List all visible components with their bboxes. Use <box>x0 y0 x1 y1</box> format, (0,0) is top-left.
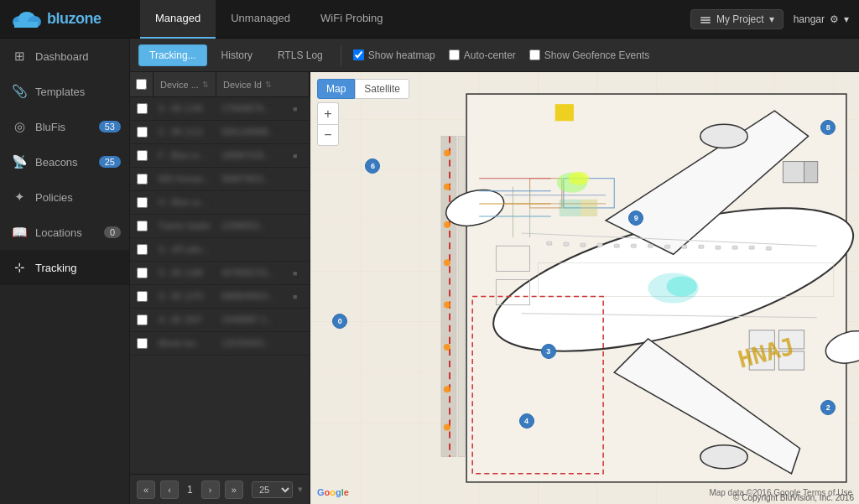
row-device-id-7: 4078055731... <box>216 268 293 278</box>
zoom-in-button[interactable]: + <box>317 102 339 124</box>
sidebar-label-policies: Policies <box>35 191 73 204</box>
svg-rect-25 <box>458 136 465 456</box>
select-all-checkbox[interactable] <box>136 79 147 90</box>
row-device-name-5: Trainer loader <box>154 221 216 231</box>
dot-label-2: 2 <box>826 403 830 412</box>
layers-icon <box>700 13 711 25</box>
heatmap-checkbox-label[interactable]: Show heatmap <box>348 49 440 61</box>
row-checkbox-0[interactable] <box>130 103 154 114</box>
row-checkbox-2[interactable] <box>130 150 154 161</box>
table-row[interactable]: S - 0K 1168 4078055731... ■ <box>130 262 310 285</box>
table-row[interactable]: Mover too 129783453... <box>130 332 310 356</box>
autocenter-checkbox[interactable] <box>449 49 460 60</box>
sidebar-label-dashboard: Dashboard <box>35 50 89 63</box>
gear-icon: ⚙ <box>830 13 839 25</box>
svg-point-76 <box>444 423 450 430</box>
sidebar-label-blufis: BluFis <box>35 121 65 133</box>
map-tab-map[interactable]: Map <box>317 79 355 99</box>
row-device-name-1: C - 8K 1111 <box>154 127 216 137</box>
table-body: S - 0K 1146 175848576... ■ C - 8K 1111 5… <box>130 97 310 474</box>
svg-point-73 <box>444 302 450 309</box>
project-button[interactable]: My Project ▾ <box>690 9 784 29</box>
row-checkbox-9[interactable] <box>130 314 154 325</box>
svg-rect-50 <box>766 247 771 250</box>
table-row[interactable]: C - 8K 1111 5081185898... <box>130 121 310 144</box>
beacons-icon: 📡 <box>12 154 27 169</box>
logo-icon <box>10 10 42 29</box>
row-checkbox-4[interactable] <box>130 197 154 208</box>
svg-rect-42 <box>631 244 636 247</box>
col-header-check <box>130 72 154 96</box>
table-row[interactable]: S - 0K 1146 175848576... ■ <box>130 97 310 121</box>
row-checkbox-10[interactable] <box>130 338 154 349</box>
row-checkbox-7[interactable] <box>130 268 154 278</box>
table-row[interactable]: Trainer loader 12986553... <box>130 215 310 238</box>
sidebar-item-policies[interactable]: ✦ Policies <box>0 179 129 215</box>
table-header: Device ... ⇅ Device Id ⇅ <box>130 72 310 97</box>
dot-label-9: 9 <box>634 214 638 222</box>
dot-label-8: 8 <box>826 123 830 132</box>
project-label: My Project <box>716 13 764 25</box>
first-page-button[interactable]: « <box>137 481 155 499</box>
svg-point-68 <box>569 172 589 185</box>
main-area: ⊞ Dashboard 📎 Templates ◎ BluFis 53 📡 Be… <box>0 39 859 504</box>
sort-icon-name: ⇅ <box>202 81 209 89</box>
svg-rect-38 <box>564 242 569 246</box>
row-device-id-2: 168867528... <box>216 151 293 160</box>
tab-managed[interactable]: Managed <box>140 0 216 39</box>
svg-rect-80 <box>783 162 804 183</box>
table-footer: « ‹ 1 › » 25 50 100 ▾ <box>130 474 310 504</box>
table-row[interactable]: S - off Labor-off <box>130 238 310 262</box>
sidebar-item-locations[interactable]: 📖 Locations 0 <box>0 215 129 250</box>
row-checkbox-6[interactable] <box>130 244 154 255</box>
table-row[interactable]: S - 0K 1270 6888049914... ■ <box>130 285 310 309</box>
row-device-name-7: S - 0K 1168 <box>154 268 216 278</box>
sidebar-item-tracking[interactable]: ⊹ Tracking <box>0 250 129 285</box>
svg-rect-3 <box>14 22 38 28</box>
table-row[interactable]: F - Blue container VCR 168867528... ■ <box>130 144 310 168</box>
row-icon-7: ■ <box>293 269 310 278</box>
last-page-button[interactable]: » <box>225 481 243 499</box>
row-checkbox-5[interactable] <box>130 221 154 231</box>
sub-nav: Tracking... History RTLS Log Show heatma… <box>130 39 859 72</box>
row-checkbox-1[interactable] <box>130 127 154 138</box>
row-checkbox-3[interactable] <box>130 174 154 184</box>
table-row[interactable]: MIS Human AT 589874601... <box>130 168 310 191</box>
settings-button[interactable]: hangar ⚙ ▾ <box>794 13 849 25</box>
table-row[interactable]: H - Blue container VCR <box>130 191 310 215</box>
sidebar-item-dashboard[interactable]: ⊞ Dashboard <box>0 39 129 74</box>
svg-rect-81 <box>804 162 818 183</box>
sub-tab-history[interactable]: History <box>211 44 263 66</box>
geofence-checkbox[interactable] <box>529 49 540 60</box>
col-header-device-name: Device ... ⇅ <box>154 72 216 96</box>
tab-unmanaged[interactable]: Unmanaged <box>216 0 305 39</box>
sub-tab-rtls[interactable]: RTLS Log <box>267 44 334 66</box>
tab-wifi[interactable]: WiFi Probing <box>305 0 398 39</box>
svg-point-72 <box>444 259 450 266</box>
row-device-id-5: 12986553... <box>216 221 310 231</box>
table-row[interactable]: A - 0K 1907 19498887 2... <box>130 309 310 332</box>
row-device-id-8: 6888049914... <box>216 292 293 301</box>
sidebar-item-blufis[interactable]: ◎ BluFis 53 <box>0 109 129 144</box>
svg-rect-43 <box>648 244 653 247</box>
geofence-label: Show Geofence Events <box>544 49 649 61</box>
geofence-checkbox-label[interactable]: Show Geofence Events <box>524 49 654 61</box>
row-checkbox-8[interactable] <box>130 291 154 302</box>
zoom-out-button[interactable]: − <box>317 124 339 146</box>
svg-rect-6 <box>700 22 711 23</box>
prev-page-button[interactable]: ‹ <box>160 481 179 499</box>
per-page-arrow: ▾ <box>298 484 303 495</box>
svg-rect-49 <box>749 246 754 249</box>
svg-point-75 <box>444 386 450 392</box>
heatmap-checkbox[interactable] <box>353 49 364 60</box>
google-logo: Google <box>317 487 349 497</box>
next-page-button[interactable]: › <box>201 481 220 499</box>
autocenter-checkbox-label[interactable]: Auto-center <box>444 49 521 61</box>
row-device-name-3: MIS Human AT <box>154 174 216 184</box>
sub-tab-tracking[interactable]: Tracking... <box>138 44 207 66</box>
sidebar-item-beacons[interactable]: 📡 Beacons 25 <box>0 144 129 179</box>
sidebar-item-templates[interactable]: 📎 Templates <box>0 74 129 109</box>
svg-rect-48 <box>732 246 737 249</box>
map-tab-satellite[interactable]: Satellite <box>355 79 409 99</box>
per-page-select[interactable]: 25 50 100 <box>252 481 293 498</box>
